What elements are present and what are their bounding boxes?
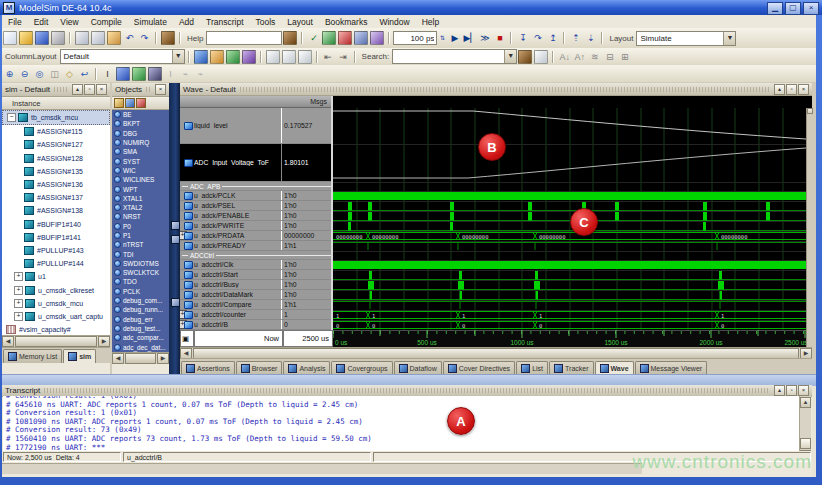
close-icon[interactable]: × [798, 385, 809, 396]
edit-mode-icon[interactable] [266, 50, 280, 64]
highlight-icon[interactable] [116, 67, 130, 81]
instance-column-header[interactable]: Instance [2, 97, 110, 110]
environment-icon[interactable] [354, 31, 368, 45]
close-icon[interactable]: × [96, 84, 107, 95]
wave-signal-row[interactable]: + u_adcctrl/Start 1'h0 [180, 270, 331, 280]
filter-in-icon[interactable] [125, 98, 135, 108]
wave-signal-row[interactable]: + ADCCtrl [180, 251, 331, 260]
scroll-left-icon[interactable]: ◀ [2, 336, 14, 347]
step-forward-icon[interactable]: ⇣ [584, 32, 597, 44]
tree-item[interactable]: + #ASSIGN#115 [2, 125, 110, 138]
zoom-range-icon[interactable]: ◫ [48, 68, 61, 80]
columnlayout-select[interactable]: Default ▼ [60, 49, 185, 64]
object-item[interactable]: BE [112, 110, 169, 119]
transcript-vertical-scrollbar[interactable]: ▲ ▼ [799, 396, 811, 451]
add-wave-group-icon[interactable] [226, 50, 240, 64]
sort-ascending-icon[interactable]: A↓ [558, 51, 571, 63]
scroll-left-icon[interactable]: ◀ [112, 353, 124, 364]
filter-view-icon[interactable] [114, 98, 124, 108]
object-item[interactable]: NRST [112, 212, 169, 221]
object-item[interactable]: XTAL2 [112, 203, 169, 212]
run-continue-icon[interactable]: ▶▏ [463, 32, 476, 44]
sort-descending-icon[interactable]: A↑ [573, 51, 586, 63]
float-icon[interactable]: ▫ [84, 84, 95, 95]
insert-divider-icon[interactable] [242, 50, 256, 64]
expand-icon[interactable]: + [14, 272, 23, 281]
find-icon[interactable] [161, 31, 175, 45]
object-item[interactable]: XTAL1 [112, 194, 169, 203]
scroll-right-icon[interactable]: ▶ [157, 353, 169, 364]
expand-all-icon[interactable]: ⊞ [618, 51, 631, 63]
compile-icon[interactable]: ✓ [307, 32, 320, 44]
restart-icon[interactable] [370, 31, 384, 45]
menu-item[interactable]: Bookmarks [319, 17, 374, 27]
object-item[interactable]: NUMIRQ [112, 138, 169, 147]
dock-icon[interactable]: ▴ [774, 84, 785, 95]
link-icon[interactable]: ⌁ [179, 68, 192, 80]
tree-item[interactable]: + #ASSIGN#128 [2, 152, 110, 165]
zoom-in-icon[interactable]: ⊕ [3, 68, 16, 80]
select-cursor-icon[interactable]: I [101, 68, 114, 80]
object-item[interactable]: adc_compar... [112, 333, 169, 342]
chevron-down-icon[interactable]: ▼ [504, 50, 516, 63]
float-icon[interactable]: ▫ [786, 84, 797, 95]
italic-icon[interactable]: I [164, 68, 177, 80]
menu-item[interactable]: Tools [250, 17, 282, 27]
tree-item[interactable]: + #PULLUP#144 [2, 257, 110, 270]
wave-signal-row[interactable]: + u_adcctrl/DataMark 1'h0 [180, 290, 331, 300]
float-icon[interactable]: ▫ [786, 385, 797, 396]
close-button[interactable]: × [803, 2, 819, 15]
dock-button[interactable] [171, 235, 180, 244]
new-file-icon[interactable] [3, 31, 17, 45]
zoom-out-icon[interactable]: ⊖ [18, 68, 31, 80]
transcript-horizontal-scrollbar[interactable] [2, 463, 642, 474]
object-item[interactable]: P0 [112, 222, 169, 231]
object-item[interactable]: SMA [112, 147, 169, 156]
object-item[interactable]: SWDIOTMS [112, 259, 169, 268]
zoom-last-icon[interactable]: ↩ [78, 68, 91, 80]
dock-splitter[interactable] [169, 83, 180, 374]
scroll-up-icon[interactable] [807, 108, 813, 114]
dock-tab[interactable]: Assertions [181, 361, 235, 375]
next-transition-icon[interactable]: ⇥ [337, 51, 350, 63]
dock-tab[interactable]: Covergroups [331, 361, 392, 375]
msgs-column-header[interactable]: Msgs [310, 98, 327, 105]
simulate-icon[interactable] [322, 31, 336, 45]
object-item[interactable]: P1 [112, 231, 169, 240]
object-item[interactable]: debug_err [112, 315, 169, 324]
menu-item[interactable]: Edit [28, 17, 55, 27]
tree-root-item[interactable]: − tb_cmsdk_mcu [2, 110, 110, 125]
paste-icon[interactable] [107, 31, 121, 45]
sim-horizontal-scrollbar[interactable]: ◀ ▶ [2, 335, 110, 347]
dock-tab[interactable]: Message Viewer [635, 361, 708, 375]
undo-icon[interactable]: ↶ [123, 32, 136, 44]
filter-icon[interactable]: ≋ [588, 51, 601, 63]
lock-icon[interactable] [282, 50, 296, 64]
menu-item[interactable]: Transcript [200, 17, 249, 27]
objects-title-bar[interactable]: Objects × [112, 83, 169, 97]
tree-item[interactable]: + u_cmsdk_clkreset [2, 283, 110, 296]
step-out-icon[interactable]: ↥ [546, 32, 559, 44]
object-item[interactable]: WIC [112, 166, 169, 175]
sim-title-bar[interactable]: sim - Default ▴ ▫ × [2, 83, 110, 97]
wave-signal-row[interactable]: + u_adcctrl/counter 1 [180, 310, 331, 320]
collapse-all-icon[interactable]: ⊟ [603, 51, 616, 63]
maximize-button[interactable]: ▢ [785, 2, 801, 15]
wave-signal-row[interactable]: + liquid_level 0.170527 [180, 108, 331, 144]
scroll-right-icon[interactable]: ▶ [98, 336, 110, 347]
tree-item[interactable]: + #ASSIGN#127 [2, 138, 110, 151]
stop-icon[interactable]: ■ [493, 32, 506, 44]
save-icon[interactable] [35, 31, 49, 45]
dock-tab[interactable]: Tracker [549, 361, 593, 375]
anchor-icon[interactable]: ⌁ [194, 68, 207, 80]
dock-tab[interactable]: List [516, 361, 548, 375]
dock-button[interactable] [171, 221, 180, 230]
zoom-full-icon[interactable]: ◎ [33, 68, 46, 80]
help-search-input[interactable] [206, 31, 282, 45]
zoom-cursor-icon[interactable]: ◇ [63, 68, 76, 80]
object-item[interactable]: nTRST [112, 240, 169, 249]
dock-tab[interactable]: Cover Directives [443, 361, 515, 375]
wave-signal-row[interactable]: + u_adck/PWRITE 1'h0 [180, 221, 331, 231]
wave-signal-row[interactable]: + u_adck/PRDATA 00000000 [180, 231, 331, 241]
sim-window-tab[interactable]: sim [63, 349, 96, 363]
